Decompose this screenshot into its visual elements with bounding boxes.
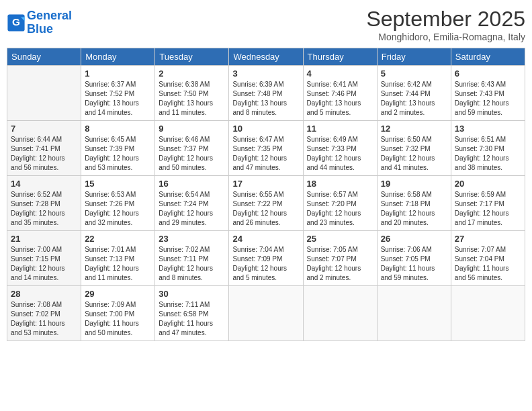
- calendar-cell: 20Sunrise: 6:59 AMSunset: 7:17 PMDayligh…: [451, 176, 525, 231]
- cell-content: Sunrise: 6:58 AMSunset: 7:18 PMDaylight:…: [381, 190, 447, 228]
- location: Monghidoro, Emilia-Romagna, Italy: [366, 32, 525, 42]
- cell-content: Sunrise: 6:54 AMSunset: 7:24 PMDaylight:…: [159, 190, 225, 228]
- day-number: 5: [381, 68, 447, 79]
- day-header-wednesday: Wednesday: [229, 48, 303, 66]
- day-number: 28: [11, 289, 77, 299]
- calendar-cell: [377, 286, 451, 341]
- cell-content: Sunrise: 7:04 AMSunset: 7:09 PMDaylight:…: [232, 245, 299, 283]
- cell-content: Sunrise: 7:09 AMSunset: 7:00 PMDaylight:…: [85, 300, 151, 338]
- calendar-cell: 16Sunrise: 6:54 AMSunset: 7:24 PMDayligh…: [155, 176, 229, 231]
- cell-content: Sunrise: 7:05 AMSunset: 7:07 PMDaylight:…: [307, 245, 373, 283]
- calendar-cell: 23Sunrise: 7:02 AMSunset: 7:11 PMDayligh…: [155, 231, 229, 286]
- week-row-3: 14Sunrise: 6:52 AMSunset: 7:28 PMDayligh…: [7, 176, 525, 231]
- day-number: 20: [455, 179, 521, 189]
- day-header-sunday: Sunday: [7, 48, 81, 66]
- cell-content: Sunrise: 6:52 AMSunset: 7:28 PMDaylight:…: [11, 190, 77, 228]
- calendar-cell: 5Sunrise: 6:42 AMSunset: 7:44 PMDaylight…: [377, 66, 451, 121]
- calendar-cell: 13Sunrise: 6:51 AMSunset: 7:30 PMDayligh…: [451, 121, 525, 176]
- calendar-cell: 7Sunrise: 6:44 AMSunset: 7:41 PMDaylight…: [7, 121, 81, 176]
- title-block: September 2025 Monghidoro, Emilia-Romagn…: [366, 7, 525, 42]
- logo: G General Blue: [7, 9, 72, 36]
- day-number: 3: [232, 68, 299, 79]
- cell-content: Sunrise: 6:38 AMSunset: 7:50 PMDaylight:…: [159, 80, 225, 118]
- calendar-cell: 8Sunrise: 6:45 AMSunset: 7:39 PMDaylight…: [81, 121, 155, 176]
- page-header: G General Blue September 2025 Monghidoro…: [7, 7, 525, 42]
- cell-content: Sunrise: 6:44 AMSunset: 7:41 PMDaylight:…: [11, 135, 77, 173]
- cell-content: Sunrise: 7:08 AMSunset: 7:02 PMDaylight:…: [11, 300, 77, 338]
- cell-content: Sunrise: 6:41 AMSunset: 7:46 PMDaylight:…: [307, 80, 373, 118]
- calendar-cell: [7, 66, 81, 121]
- day-number: 25: [307, 234, 373, 244]
- calendar-cell: 9Sunrise: 6:46 AMSunset: 7:37 PMDaylight…: [155, 121, 229, 176]
- month-title: September 2025: [366, 7, 525, 32]
- logo-icon: G: [7, 13, 26, 32]
- cell-content: Sunrise: 6:46 AMSunset: 7:37 PMDaylight:…: [159, 135, 225, 173]
- day-number: 21: [11, 234, 77, 244]
- calendar-cell: 22Sunrise: 7:01 AMSunset: 7:13 PMDayligh…: [81, 231, 155, 286]
- calendar-cell: 1Sunrise: 6:37 AMSunset: 7:52 PMDaylight…: [81, 66, 155, 121]
- calendar-cell: 11Sunrise: 6:49 AMSunset: 7:33 PMDayligh…: [303, 121, 377, 176]
- day-number: 19: [381, 179, 447, 189]
- week-row-2: 7Sunrise: 6:44 AMSunset: 7:41 PMDaylight…: [7, 121, 525, 176]
- calendar-cell: [229, 286, 303, 341]
- days-header-row: SundayMondayTuesdayWednesdayThursdayFrid…: [7, 48, 525, 66]
- calendar-cell: 25Sunrise: 7:05 AMSunset: 7:07 PMDayligh…: [303, 231, 377, 286]
- calendar-cell: 27Sunrise: 7:07 AMSunset: 7:04 PMDayligh…: [451, 231, 525, 286]
- cell-content: Sunrise: 6:50 AMSunset: 7:32 PMDaylight:…: [381, 135, 447, 173]
- calendar-cell: 21Sunrise: 7:00 AMSunset: 7:15 PMDayligh…: [7, 231, 81, 286]
- cell-content: Sunrise: 6:51 AMSunset: 7:30 PMDaylight:…: [455, 135, 521, 173]
- day-number: 23: [159, 234, 225, 244]
- calendar-cell: 18Sunrise: 6:57 AMSunset: 7:20 PMDayligh…: [303, 176, 377, 231]
- week-row-1: 1Sunrise: 6:37 AMSunset: 7:52 PMDaylight…: [7, 66, 525, 121]
- day-number: 12: [381, 124, 447, 134]
- calendar-cell: 2Sunrise: 6:38 AMSunset: 7:50 PMDaylight…: [155, 66, 229, 121]
- day-header-friday: Friday: [377, 48, 451, 66]
- cell-content: Sunrise: 6:55 AMSunset: 7:22 PMDaylight:…: [232, 190, 299, 228]
- day-number: 2: [159, 68, 225, 79]
- cell-content: Sunrise: 7:00 AMSunset: 7:15 PMDaylight:…: [11, 245, 77, 283]
- calendar-cell: 24Sunrise: 7:04 AMSunset: 7:09 PMDayligh…: [229, 231, 303, 286]
- calendar-cell: 10Sunrise: 6:47 AMSunset: 7:35 PMDayligh…: [229, 121, 303, 176]
- day-number: 27: [455, 234, 521, 244]
- cell-content: Sunrise: 7:06 AMSunset: 7:05 PMDaylight:…: [381, 245, 447, 283]
- cell-content: Sunrise: 7:07 AMSunset: 7:04 PMDaylight:…: [455, 245, 521, 283]
- cell-content: Sunrise: 6:47 AMSunset: 7:35 PMDaylight:…: [232, 135, 299, 173]
- day-number: 10: [232, 124, 299, 134]
- logo-text: General Blue: [27, 9, 72, 36]
- calendar-body: 1Sunrise: 6:37 AMSunset: 7:52 PMDaylight…: [7, 66, 525, 341]
- calendar-cell: 12Sunrise: 6:50 AMSunset: 7:32 PMDayligh…: [377, 121, 451, 176]
- cell-content: Sunrise: 6:53 AMSunset: 7:26 PMDaylight:…: [85, 190, 151, 228]
- calendar-cell: 29Sunrise: 7:09 AMSunset: 7:00 PMDayligh…: [81, 286, 155, 341]
- day-number: 11: [307, 124, 373, 134]
- day-header-thursday: Thursday: [303, 48, 377, 66]
- day-number: 16: [159, 179, 225, 189]
- day-number: 4: [307, 68, 373, 79]
- day-number: 13: [455, 124, 521, 134]
- week-row-4: 21Sunrise: 7:00 AMSunset: 7:15 PMDayligh…: [7, 231, 525, 286]
- day-number: 14: [11, 179, 77, 189]
- cell-content: Sunrise: 7:02 AMSunset: 7:11 PMDaylight:…: [159, 245, 225, 283]
- calendar-cell: 30Sunrise: 7:11 AMSunset: 6:58 PMDayligh…: [155, 286, 229, 341]
- cell-content: Sunrise: 6:49 AMSunset: 7:33 PMDaylight:…: [307, 135, 373, 173]
- cell-content: Sunrise: 6:45 AMSunset: 7:39 PMDaylight:…: [85, 135, 151, 173]
- cell-content: Sunrise: 6:43 AMSunset: 7:43 PMDaylight:…: [455, 80, 521, 118]
- day-number: 18: [307, 179, 373, 189]
- calendar-cell: 14Sunrise: 6:52 AMSunset: 7:28 PMDayligh…: [7, 176, 81, 231]
- cell-content: Sunrise: 6:39 AMSunset: 7:48 PMDaylight:…: [232, 80, 299, 118]
- day-number: 24: [232, 234, 299, 244]
- calendar-cell: [303, 286, 377, 341]
- day-number: 6: [455, 68, 521, 79]
- day-number: 17: [232, 179, 299, 189]
- day-header-monday: Monday: [81, 48, 155, 66]
- cell-content: Sunrise: 7:01 AMSunset: 7:13 PMDaylight:…: [85, 245, 151, 283]
- cell-content: Sunrise: 6:57 AMSunset: 7:20 PMDaylight:…: [307, 190, 373, 228]
- calendar-cell: 4Sunrise: 6:41 AMSunset: 7:46 PMDaylight…: [303, 66, 377, 121]
- calendar-cell: 28Sunrise: 7:08 AMSunset: 7:02 PMDayligh…: [7, 286, 81, 341]
- day-number: 26: [381, 234, 447, 244]
- day-header-tuesday: Tuesday: [155, 48, 229, 66]
- day-number: 1: [85, 68, 151, 79]
- calendar-cell: 19Sunrise: 6:58 AMSunset: 7:18 PMDayligh…: [377, 176, 451, 231]
- svg-text:G: G: [12, 16, 20, 28]
- calendar-cell: 26Sunrise: 7:06 AMSunset: 7:05 PMDayligh…: [377, 231, 451, 286]
- calendar-cell: 6Sunrise: 6:43 AMSunset: 7:43 PMDaylight…: [451, 66, 525, 121]
